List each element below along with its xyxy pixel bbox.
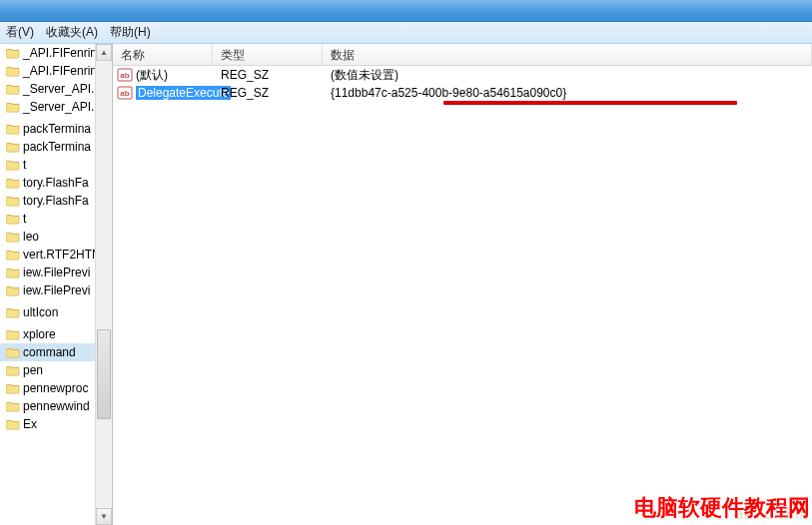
folder-icon	[6, 123, 20, 135]
col-header-data[interactable]: 数据	[323, 44, 812, 65]
annotation-underline	[443, 101, 737, 104]
svg-text:ab: ab	[120, 89, 129, 98]
scroll-down-button[interactable]: ▼	[96, 508, 112, 525]
tree-item-label: ultIcon	[23, 305, 58, 319]
folder-icon	[6, 284, 20, 296]
tree-item-label: packTermina	[23, 122, 91, 136]
tree-item-label: pennewwind	[23, 399, 90, 413]
folder-icon	[6, 213, 20, 225]
tree-item-label: t	[23, 158, 26, 172]
menu-view[interactable]: 看(V)	[0, 22, 40, 43]
folder-icon	[6, 65, 20, 77]
tree-item-label: Ex	[23, 417, 37, 431]
scroll-track[interactable]	[96, 61, 112, 508]
folder-icon	[6, 328, 20, 340]
title-bar	[0, 0, 812, 22]
registry-value-row[interactable]: ab(默认)REG_SZ(数值未设置)	[113, 66, 812, 84]
folder-icon	[6, 141, 20, 153]
value-type: REG_SZ	[213, 68, 323, 82]
value-data: (数值未设置)	[323, 67, 812, 84]
folder-icon	[6, 231, 20, 243]
tree-item-label: packTermina	[23, 140, 91, 154]
reg-string-icon: ab	[117, 68, 133, 82]
value-type: REG_SZ	[213, 86, 323, 100]
tree-item-label: pennewproc	[23, 381, 88, 395]
folder-icon	[6, 346, 20, 358]
folder-icon	[6, 159, 20, 171]
tree-item-label: pen	[23, 363, 43, 377]
registry-value-row[interactable]: abDelegateExecuteREG_SZ{11dbb47c-a525-40…	[113, 84, 812, 102]
tree-sidebar: _API.FIFenrin_API.FIFenrin_Server_API._S…	[0, 44, 113, 525]
folder-icon	[6, 382, 20, 394]
folder-icon	[6, 83, 20, 95]
tree-item-label: _Server_API.	[23, 82, 94, 96]
tree-item-label: iew.FilePrevi	[23, 283, 90, 297]
menu-favorites[interactable]: 收藏夹(A)	[40, 22, 104, 43]
tree-item-label: vert.RTF2HTN	[23, 248, 101, 262]
tree-item-label: tory.FlashFa	[23, 194, 89, 208]
tree-item-label: command	[23, 345, 76, 359]
tree-item-label: t	[23, 212, 26, 226]
col-header-name[interactable]: 名称	[113, 44, 213, 65]
folder-icon	[6, 249, 20, 261]
tree-item-label: xplore	[23, 327, 56, 341]
folder-icon	[6, 195, 20, 207]
scroll-up-button[interactable]: ▲	[96, 44, 112, 61]
col-header-type[interactable]: 类型	[213, 44, 323, 65]
registry-values-pane: 名称 类型 数据 ab(默认)REG_SZ(数值未设置)abDelegateEx…	[113, 44, 812, 525]
sidebar-scrollbar[interactable]: ▲ ▼	[95, 44, 112, 525]
svg-text:ab: ab	[120, 71, 129, 80]
folder-icon	[6, 364, 20, 376]
column-headers: 名称 类型 数据	[113, 44, 812, 66]
folder-icon	[6, 101, 20, 113]
tree-item-label: _Server_API.	[23, 100, 94, 114]
scroll-thumb[interactable]	[97, 329, 111, 419]
tree-item-label: _API.FIFenrin	[23, 64, 97, 78]
tree-item-label: iew.FilePrevi	[23, 265, 90, 279]
folder-icon	[6, 266, 20, 278]
tree-item-label: leo	[23, 230, 39, 244]
tree-item-label: tory.FlashFa	[23, 176, 89, 190]
folder-icon	[6, 306, 20, 318]
folder-icon	[6, 177, 20, 189]
tree-item-label: _API.FIFenrin	[23, 46, 97, 60]
menu-help[interactable]: 帮助(H)	[104, 22, 157, 43]
folder-icon	[6, 418, 20, 430]
folder-icon	[6, 400, 20, 412]
folder-icon	[6, 47, 20, 59]
reg-string-icon: ab	[117, 86, 133, 100]
watermark: 电脑软硬件教程网	[634, 493, 810, 523]
value-data: {11dbb47c-a525-400b-9e80-a54615a090c0}	[323, 86, 812, 100]
menu-bar: 看(V) 收藏夹(A) 帮助(H)	[0, 22, 812, 44]
value-name: (默认)	[136, 67, 168, 84]
